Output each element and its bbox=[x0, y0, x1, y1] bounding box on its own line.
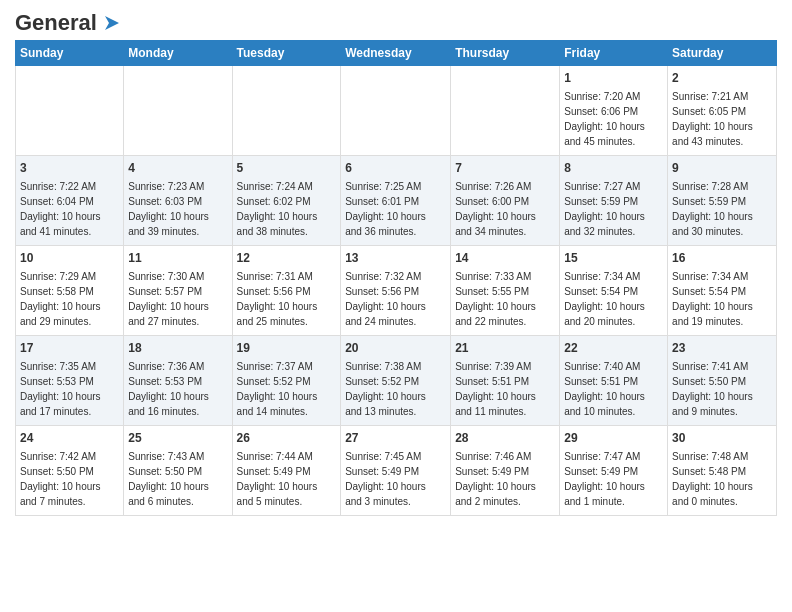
calendar-cell: 5Sunrise: 7:24 AM Sunset: 6:02 PM Daylig… bbox=[232, 156, 341, 246]
day-number: 27 bbox=[345, 430, 446, 447]
column-header-friday: Friday bbox=[560, 41, 668, 66]
calendar-cell: 19Sunrise: 7:37 AM Sunset: 5:52 PM Dayli… bbox=[232, 336, 341, 426]
day-info: Sunrise: 7:35 AM Sunset: 5:53 PM Dayligh… bbox=[20, 361, 101, 417]
day-number: 11 bbox=[128, 250, 227, 267]
logo: General bbox=[15, 10, 123, 32]
calendar-cell: 17Sunrise: 7:35 AM Sunset: 5:53 PM Dayli… bbox=[16, 336, 124, 426]
calendar-cell: 20Sunrise: 7:38 AM Sunset: 5:52 PM Dayli… bbox=[341, 336, 451, 426]
logo-arrow-icon bbox=[101, 12, 123, 34]
day-info: Sunrise: 7:43 AM Sunset: 5:50 PM Dayligh… bbox=[128, 451, 209, 507]
day-info: Sunrise: 7:34 AM Sunset: 5:54 PM Dayligh… bbox=[564, 271, 645, 327]
day-info: Sunrise: 7:29 AM Sunset: 5:58 PM Dayligh… bbox=[20, 271, 101, 327]
day-number: 4 bbox=[128, 160, 227, 177]
calendar-cell bbox=[16, 66, 124, 156]
day-number: 23 bbox=[672, 340, 772, 357]
day-number: 29 bbox=[564, 430, 663, 447]
day-number: 30 bbox=[672, 430, 772, 447]
week-row: 3Sunrise: 7:22 AM Sunset: 6:04 PM Daylig… bbox=[16, 156, 777, 246]
calendar-header: SundayMondayTuesdayWednesdayThursdayFrid… bbox=[16, 41, 777, 66]
day-number: 24 bbox=[20, 430, 119, 447]
day-number: 1 bbox=[564, 70, 663, 87]
calendar-cell: 25Sunrise: 7:43 AM Sunset: 5:50 PM Dayli… bbox=[124, 426, 232, 516]
day-info: Sunrise: 7:38 AM Sunset: 5:52 PM Dayligh… bbox=[345, 361, 426, 417]
calendar-table: SundayMondayTuesdayWednesdayThursdayFrid… bbox=[15, 40, 777, 516]
calendar-cell: 6Sunrise: 7:25 AM Sunset: 6:01 PM Daylig… bbox=[341, 156, 451, 246]
calendar-cell bbox=[451, 66, 560, 156]
week-row: 10Sunrise: 7:29 AM Sunset: 5:58 PM Dayli… bbox=[16, 246, 777, 336]
calendar-cell: 15Sunrise: 7:34 AM Sunset: 5:54 PM Dayli… bbox=[560, 246, 668, 336]
day-info: Sunrise: 7:39 AM Sunset: 5:51 PM Dayligh… bbox=[455, 361, 536, 417]
day-number: 14 bbox=[455, 250, 555, 267]
day-info: Sunrise: 7:24 AM Sunset: 6:02 PM Dayligh… bbox=[237, 181, 318, 237]
day-info: Sunrise: 7:42 AM Sunset: 5:50 PM Dayligh… bbox=[20, 451, 101, 507]
calendar-cell: 2Sunrise: 7:21 AM Sunset: 6:05 PM Daylig… bbox=[668, 66, 777, 156]
day-info: Sunrise: 7:25 AM Sunset: 6:01 PM Dayligh… bbox=[345, 181, 426, 237]
calendar-cell: 11Sunrise: 7:30 AM Sunset: 5:57 PM Dayli… bbox=[124, 246, 232, 336]
day-number: 25 bbox=[128, 430, 227, 447]
calendar-cell: 26Sunrise: 7:44 AM Sunset: 5:49 PM Dayli… bbox=[232, 426, 341, 516]
calendar-cell: 9Sunrise: 7:28 AM Sunset: 5:59 PM Daylig… bbox=[668, 156, 777, 246]
day-number: 28 bbox=[455, 430, 555, 447]
day-info: Sunrise: 7:33 AM Sunset: 5:55 PM Dayligh… bbox=[455, 271, 536, 327]
day-info: Sunrise: 7:21 AM Sunset: 6:05 PM Dayligh… bbox=[672, 91, 753, 147]
day-info: Sunrise: 7:41 AM Sunset: 5:50 PM Dayligh… bbox=[672, 361, 753, 417]
page: General SundayMondayTuesdayWednesdayThur… bbox=[0, 0, 792, 526]
day-number: 13 bbox=[345, 250, 446, 267]
day-info: Sunrise: 7:23 AM Sunset: 6:03 PM Dayligh… bbox=[128, 181, 209, 237]
calendar-cell: 27Sunrise: 7:45 AM Sunset: 5:49 PM Dayli… bbox=[341, 426, 451, 516]
day-info: Sunrise: 7:28 AM Sunset: 5:59 PM Dayligh… bbox=[672, 181, 753, 237]
day-number: 20 bbox=[345, 340, 446, 357]
calendar-cell: 16Sunrise: 7:34 AM Sunset: 5:54 PM Dayli… bbox=[668, 246, 777, 336]
header-row: SundayMondayTuesdayWednesdayThursdayFrid… bbox=[16, 41, 777, 66]
day-number: 2 bbox=[672, 70, 772, 87]
day-number: 9 bbox=[672, 160, 772, 177]
calendar-cell: 28Sunrise: 7:46 AM Sunset: 5:49 PM Dayli… bbox=[451, 426, 560, 516]
day-info: Sunrise: 7:47 AM Sunset: 5:49 PM Dayligh… bbox=[564, 451, 645, 507]
day-info: Sunrise: 7:46 AM Sunset: 5:49 PM Dayligh… bbox=[455, 451, 536, 507]
calendar-cell bbox=[341, 66, 451, 156]
column-header-thursday: Thursday bbox=[451, 41, 560, 66]
calendar-cell: 12Sunrise: 7:31 AM Sunset: 5:56 PM Dayli… bbox=[232, 246, 341, 336]
day-number: 18 bbox=[128, 340, 227, 357]
day-number: 21 bbox=[455, 340, 555, 357]
day-info: Sunrise: 7:48 AM Sunset: 5:48 PM Dayligh… bbox=[672, 451, 753, 507]
day-number: 7 bbox=[455, 160, 555, 177]
calendar-cell: 22Sunrise: 7:40 AM Sunset: 5:51 PM Dayli… bbox=[560, 336, 668, 426]
calendar-cell: 4Sunrise: 7:23 AM Sunset: 6:03 PM Daylig… bbox=[124, 156, 232, 246]
calendar-cell: 10Sunrise: 7:29 AM Sunset: 5:58 PM Dayli… bbox=[16, 246, 124, 336]
day-number: 5 bbox=[237, 160, 337, 177]
day-number: 16 bbox=[672, 250, 772, 267]
column-header-monday: Monday bbox=[124, 41, 232, 66]
calendar-cell: 3Sunrise: 7:22 AM Sunset: 6:04 PM Daylig… bbox=[16, 156, 124, 246]
day-info: Sunrise: 7:40 AM Sunset: 5:51 PM Dayligh… bbox=[564, 361, 645, 417]
day-info: Sunrise: 7:27 AM Sunset: 5:59 PM Dayligh… bbox=[564, 181, 645, 237]
calendar-cell bbox=[232, 66, 341, 156]
column-header-saturday: Saturday bbox=[668, 41, 777, 66]
day-info: Sunrise: 7:32 AM Sunset: 5:56 PM Dayligh… bbox=[345, 271, 426, 327]
day-number: 26 bbox=[237, 430, 337, 447]
calendar-cell bbox=[124, 66, 232, 156]
day-info: Sunrise: 7:26 AM Sunset: 6:00 PM Dayligh… bbox=[455, 181, 536, 237]
calendar-cell: 13Sunrise: 7:32 AM Sunset: 5:56 PM Dayli… bbox=[341, 246, 451, 336]
day-number: 17 bbox=[20, 340, 119, 357]
day-number: 3 bbox=[20, 160, 119, 177]
svg-marker-0 bbox=[105, 16, 119, 30]
column-header-sunday: Sunday bbox=[16, 41, 124, 66]
calendar-cell: 8Sunrise: 7:27 AM Sunset: 5:59 PM Daylig… bbox=[560, 156, 668, 246]
week-row: 1Sunrise: 7:20 AM Sunset: 6:06 PM Daylig… bbox=[16, 66, 777, 156]
day-number: 12 bbox=[237, 250, 337, 267]
calendar-cell: 23Sunrise: 7:41 AM Sunset: 5:50 PM Dayli… bbox=[668, 336, 777, 426]
calendar-cell: 14Sunrise: 7:33 AM Sunset: 5:55 PM Dayli… bbox=[451, 246, 560, 336]
week-row: 24Sunrise: 7:42 AM Sunset: 5:50 PM Dayli… bbox=[16, 426, 777, 516]
day-info: Sunrise: 7:36 AM Sunset: 5:53 PM Dayligh… bbox=[128, 361, 209, 417]
day-number: 10 bbox=[20, 250, 119, 267]
calendar-cell: 1Sunrise: 7:20 AM Sunset: 6:06 PM Daylig… bbox=[560, 66, 668, 156]
logo-general-text: General bbox=[15, 10, 97, 36]
calendar-cell: 30Sunrise: 7:48 AM Sunset: 5:48 PM Dayli… bbox=[668, 426, 777, 516]
day-number: 22 bbox=[564, 340, 663, 357]
day-info: Sunrise: 7:20 AM Sunset: 6:06 PM Dayligh… bbox=[564, 91, 645, 147]
calendar-cell: 24Sunrise: 7:42 AM Sunset: 5:50 PM Dayli… bbox=[16, 426, 124, 516]
header: General bbox=[15, 10, 777, 32]
calendar-cell: 21Sunrise: 7:39 AM Sunset: 5:51 PM Dayli… bbox=[451, 336, 560, 426]
day-number: 15 bbox=[564, 250, 663, 267]
